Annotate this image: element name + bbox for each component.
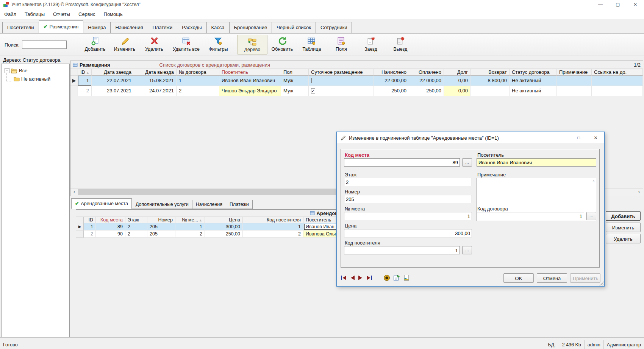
col-accrued[interactable]: Начислено xyxy=(374,69,409,76)
tab-placements[interactable]: ✔Размещения xyxy=(39,20,84,33)
col-daily[interactable]: Суточное размещение xyxy=(309,69,374,76)
col-contract[interactable]: № договора xyxy=(177,69,219,76)
close-icon[interactable]: ✕ xyxy=(627,0,644,9)
menu-service[interactable]: Сервис xyxy=(74,11,100,17)
col-gender[interactable]: Пол xyxy=(281,69,309,76)
edit-button[interactable]: Изменить xyxy=(110,35,139,55)
col-paid[interactable]: Оплачено xyxy=(409,69,444,76)
col-debt[interactable]: Долг xyxy=(444,69,470,76)
contract-code-label: Код договора xyxy=(477,206,508,212)
checkout-button[interactable]: Выезд xyxy=(386,35,415,55)
subtab-extra-services[interactable]: Дополнительные услуги xyxy=(132,200,192,209)
tab-blacklist[interactable]: Черный список xyxy=(272,22,316,33)
row-marker-icon: ▶ xyxy=(70,76,78,86)
tab-cashbox[interactable]: Касса xyxy=(207,22,230,33)
dialog-minimize-icon[interactable]: — xyxy=(553,132,570,143)
tree-node-inactive[interactable]: Не активный xyxy=(2,75,69,83)
delete-icon xyxy=(150,36,159,46)
maximize-icon[interactable]: ▢ xyxy=(609,0,627,9)
tab-payments[interactable]: Платежи xyxy=(148,22,178,33)
menu-file[interactable]: Файл xyxy=(0,11,20,17)
history-icon[interactable] xyxy=(383,274,390,281)
form-action-icon[interactable] xyxy=(393,274,400,281)
nav-first-icon[interactable] xyxy=(341,275,347,280)
col-refund[interactable]: Возврат xyxy=(470,69,510,76)
minimize-icon[interactable]: — xyxy=(592,0,609,9)
detail-add-button[interactable]: Добавить xyxy=(606,211,641,221)
cancel-button[interactable]: Отмена xyxy=(537,273,567,283)
tree-button[interactable]: Дерево xyxy=(237,35,267,55)
menu-reports[interactable]: Отчеты xyxy=(49,11,74,17)
col-checkout[interactable]: Дата выезда xyxy=(134,69,177,76)
detail-delete-button[interactable]: Удалить xyxy=(606,234,641,243)
col-status[interactable]: Статус договора xyxy=(510,69,557,76)
add-button[interactable]: Добавить xyxy=(80,35,110,55)
edit-dialog: Изменение в подчиненной таблице "Арендов… xyxy=(336,132,605,287)
dialog-maximize-icon[interactable]: □ xyxy=(570,132,587,143)
col-id[interactable]: ID xyxy=(84,217,96,223)
col-place-code[interactable]: Код места xyxy=(96,217,125,223)
contract-code-field[interactable] xyxy=(477,212,584,220)
subtab-payments[interactable]: Платежи xyxy=(226,200,253,209)
contract-code-lookup-button[interactable]: ... xyxy=(586,212,596,220)
col-id[interactable]: ID▲ xyxy=(78,69,92,76)
tab-employees[interactable]: Сотрудники xyxy=(316,22,352,33)
col-room[interactable]: Номер xyxy=(147,217,175,223)
col-checkin[interactable]: Дата заезда xyxy=(92,69,134,76)
tab-visitors[interactable]: Посетители xyxy=(2,22,39,33)
report-icon[interactable] xyxy=(403,274,410,281)
daily-checkbox[interactable]: ✓ xyxy=(311,88,315,93)
visitor-code-field[interactable] xyxy=(344,246,460,254)
scroll-left-icon[interactable]: ‹ xyxy=(70,189,78,196)
scroll-right-icon[interactable]: › xyxy=(635,189,643,196)
place-code-lookup-button[interactable]: ... xyxy=(462,158,472,167)
col-place-no[interactable]: № ме...▲ xyxy=(175,217,205,223)
checkin-button[interactable]: Заезд xyxy=(356,35,386,55)
dialog-title-bar: Изменение в подчиненной таблице "Арендов… xyxy=(337,132,604,144)
subtab-rented-places[interactable]: ✔Арендованные места xyxy=(71,198,132,209)
col-price[interactable]: Цена xyxy=(205,217,243,223)
tab-accruals[interactable]: Начисления xyxy=(111,22,148,33)
ok-button[interactable]: OK xyxy=(503,273,534,283)
col-doc-link[interactable]: Ссылка на до. xyxy=(592,69,643,76)
col-visitor[interactable]: Посетитель xyxy=(219,69,281,76)
active-subtab-check-icon: ✔ xyxy=(75,201,79,206)
place-no-label: № места xyxy=(345,206,365,212)
visitor-label: Посетитель xyxy=(477,152,504,158)
tab-rooms[interactable]: Номера xyxy=(83,22,111,33)
menu-tables[interactable]: Таблицы xyxy=(20,11,49,17)
delete-button[interactable]: Удалить xyxy=(139,35,169,55)
tab-booking[interactable]: Бронирование xyxy=(230,22,272,33)
nav-prev-icon[interactable] xyxy=(350,275,355,280)
price-field[interactable] xyxy=(344,229,472,237)
col-note[interactable]: Примечание xyxy=(557,69,592,76)
visitor-code-lookup-button[interactable]: ... xyxy=(462,246,472,254)
delete-all-button[interactable]: Удалить все xyxy=(169,35,203,55)
place-no-field[interactable] xyxy=(344,212,472,220)
daily-checkbox[interactable] xyxy=(311,78,312,83)
floor-field[interactable] xyxy=(344,178,472,186)
table-row[interactable]: 2 23.07.2021 24.07.2021 2 Чишов Эльдар Э… xyxy=(70,86,643,96)
col-floor[interactable]: Этаж xyxy=(125,217,147,223)
place-code-field[interactable] xyxy=(344,158,460,167)
resize-grip[interactable] xyxy=(599,281,603,285)
nav-next-icon[interactable] xyxy=(358,275,363,280)
visitor-field[interactable] xyxy=(477,158,596,167)
subtab-accruals[interactable]: Начисления xyxy=(192,200,226,209)
nav-last-icon[interactable] xyxy=(366,275,372,280)
col-visitor-code[interactable]: Код посетителя xyxy=(243,217,303,223)
title-bar: Учет клиентов (2.1139) © Prostoysoft. Ко… xyxy=(0,0,644,9)
toolbar-separator xyxy=(235,36,235,53)
fields-button[interactable]: Поля xyxy=(327,35,356,55)
dialog-close-icon[interactable]: ✕ xyxy=(587,132,604,143)
refresh-button[interactable]: Обновить xyxy=(267,35,297,55)
dialog-fields-group: Код места ... Этаж Номер № места Цена Ко… xyxy=(341,149,600,268)
search-input[interactable] xyxy=(22,41,67,49)
menu-help[interactable]: Помощь xyxy=(100,11,127,17)
tab-expenses[interactable]: Расходы xyxy=(177,22,206,33)
table-button[interactable]: Таблица xyxy=(297,35,327,55)
filters-button[interactable]: Фильтры xyxy=(203,35,233,55)
detail-edit-button[interactable]: Изменить xyxy=(606,223,641,232)
room-field[interactable] xyxy=(344,195,472,203)
table-row[interactable]: ▶ 1 22.07.2021 15.08.2021 1 Иванов Иван … xyxy=(70,76,643,86)
